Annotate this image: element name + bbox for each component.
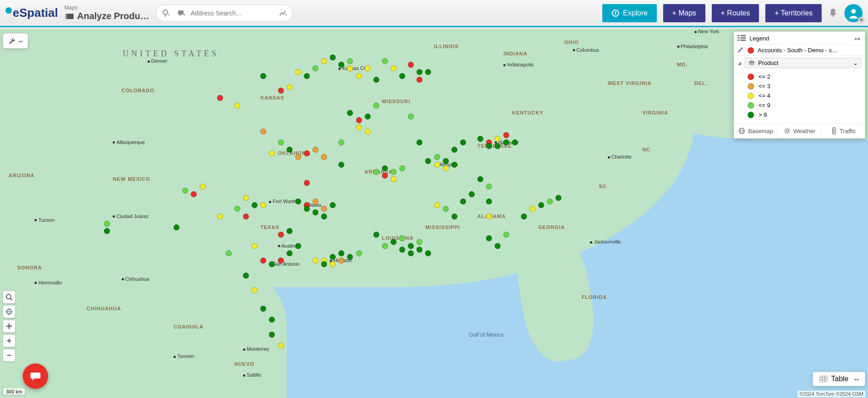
data-point[interactable] <box>373 77 379 83</box>
data-point[interactable] <box>304 206 310 212</box>
legend-collapse-icon[interactable]: ▸▸ <box>855 35 861 42</box>
data-point[interactable] <box>104 221 110 227</box>
data-point[interactable] <box>321 58 327 64</box>
tools-toggle-button[interactable]: ▸▸ <box>3 33 28 49</box>
data-point[interactable] <box>304 73 310 79</box>
data-point[interactable] <box>278 258 284 264</box>
data-point[interactable] <box>417 77 422 83</box>
data-point[interactable] <box>260 129 266 134</box>
data-point[interactable] <box>382 243 388 249</box>
data-point[interactable] <box>234 103 240 109</box>
logo[interactable]: eSpatial <box>5 6 58 20</box>
data-point[interactable] <box>321 214 327 219</box>
data-point[interactable] <box>269 332 275 338</box>
data-point[interactable] <box>174 224 179 230</box>
data-point[interactable] <box>469 191 475 197</box>
data-point[interactable] <box>451 147 457 153</box>
data-point[interactable] <box>373 103 379 109</box>
data-point[interactable] <box>382 165 388 171</box>
data-point[interactable] <box>443 158 449 164</box>
data-point[interactable] <box>530 206 536 212</box>
data-point[interactable] <box>443 165 449 171</box>
data-point[interactable] <box>425 158 431 164</box>
data-point[interactable] <box>434 202 440 208</box>
chat-button[interactable] <box>23 363 48 389</box>
data-point[interactable] <box>399 73 405 79</box>
legend-item[interactable]: <= 2 <box>748 72 865 81</box>
data-point[interactable] <box>373 232 379 238</box>
data-point[interactable] <box>287 250 293 256</box>
data-point[interactable] <box>278 232 284 238</box>
data-point[interactable] <box>243 214 249 219</box>
data-point[interactable] <box>243 273 249 279</box>
data-point[interactable] <box>382 173 388 179</box>
data-point[interactable] <box>495 243 501 249</box>
legend-item[interactable]: > 9 <box>748 110 865 119</box>
notifications-icon[interactable] <box>828 7 838 19</box>
legend-layer-row[interactable]: Accounts - South - Demo - s… <box>734 45 865 56</box>
legend-item[interactable]: <= 4 <box>748 91 865 100</box>
data-point[interactable] <box>243 195 249 201</box>
user-avatar[interactable]: ▾ <box>844 4 863 22</box>
data-point[interactable] <box>373 169 379 175</box>
data-point[interactable] <box>260 306 266 312</box>
data-point[interactable] <box>434 162 440 168</box>
data-point[interactable] <box>278 139 284 145</box>
data-point[interactable] <box>312 258 318 264</box>
data-point[interactable] <box>451 162 457 168</box>
data-point[interactable] <box>226 250 232 256</box>
data-point[interactable] <box>356 73 362 79</box>
data-point[interactable] <box>556 195 561 201</box>
basemap-button[interactable]: Basemap <box>734 124 778 138</box>
data-point[interactable] <box>260 73 266 79</box>
data-point[interactable] <box>356 250 362 256</box>
routes-button[interactable]: + Routes <box>712 4 759 22</box>
data-point[interactable] <box>287 84 293 90</box>
data-point[interactable] <box>252 243 258 249</box>
data-point[interactable] <box>382 58 388 64</box>
data-point[interactable] <box>287 147 293 153</box>
data-point[interactable] <box>295 243 301 249</box>
data-point[interactable] <box>365 114 371 119</box>
collapse-arrow-icon[interactable]: ◢ <box>738 60 741 65</box>
data-point[interactable] <box>200 184 206 189</box>
data-point[interactable] <box>460 199 466 204</box>
legend-item[interactable]: <= 3 <box>748 81 865 91</box>
zoom-area-button[interactable] <box>3 291 15 303</box>
data-point[interactable] <box>330 55 336 60</box>
data-point[interactable] <box>547 199 553 204</box>
data-point[interactable] <box>356 117 362 123</box>
map-title[interactable]: Analyze Produ… <box>64 11 149 21</box>
traffic-button[interactable]: Traffic <box>822 124 865 138</box>
data-point[interactable] <box>312 199 318 204</box>
data-point[interactable] <box>399 247 405 253</box>
explore-button[interactable]: Explore <box>602 4 657 22</box>
legend-item[interactable]: <= 9 <box>748 100 865 110</box>
data-point[interactable] <box>399 165 405 171</box>
table-button[interactable]: Table ◂◂ <box>813 372 865 386</box>
data-point[interactable] <box>338 162 344 168</box>
data-point[interactable] <box>503 132 509 138</box>
data-point[interactable] <box>365 129 371 134</box>
data-point[interactable] <box>338 250 344 256</box>
data-point[interactable] <box>486 214 492 219</box>
data-point[interactable] <box>295 199 301 204</box>
zoom-in-button[interactable]: + <box>3 334 15 347</box>
data-point[interactable] <box>217 214 223 219</box>
map-canvas[interactable]: UNITED STATES Gulf of Mexico COLORADOKAN… <box>0 29 868 398</box>
data-point[interactable] <box>217 95 223 101</box>
data-point[interactable] <box>477 136 483 142</box>
data-point[interactable] <box>408 250 414 256</box>
data-point[interactable] <box>278 88 284 94</box>
add-pin-icon[interactable]: + <box>158 6 174 20</box>
add-analysis-icon[interactable]: + <box>275 6 291 20</box>
weather-button[interactable]: Weather <box>778 124 821 138</box>
data-point[interactable] <box>521 214 527 219</box>
data-point[interactable] <box>287 228 293 234</box>
data-point[interactable] <box>460 139 466 145</box>
zoom-out-button[interactable]: − <box>3 349 15 362</box>
data-point[interactable] <box>330 254 336 260</box>
data-point[interactable] <box>356 124 362 130</box>
data-point[interactable] <box>434 154 440 160</box>
data-point[interactable] <box>417 247 422 253</box>
